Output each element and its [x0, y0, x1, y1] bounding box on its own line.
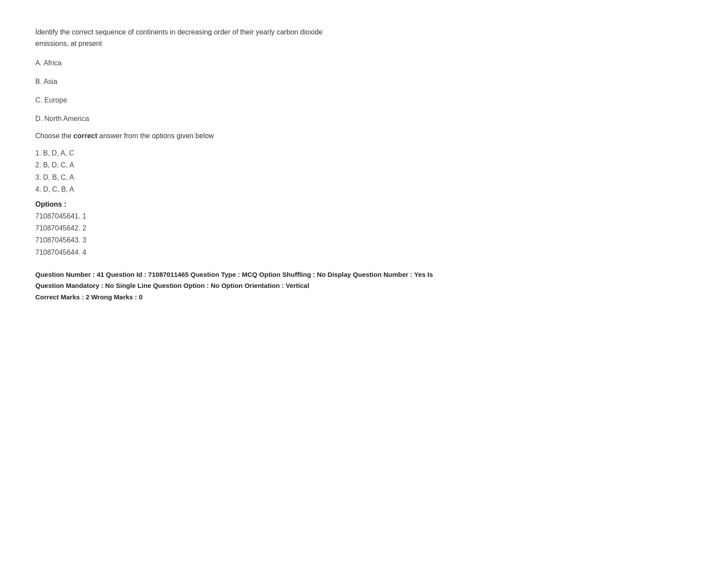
option-b: B. Asia: [35, 76, 693, 87]
choose-text: Choose the correct answer from the optio…: [35, 132, 693, 140]
metadata-line1: Question Number : 41 Question Id : 71087…: [35, 269, 693, 280]
option-id-2: 71087045642. 2: [35, 222, 693, 234]
question-text: Identify the correct sequence of contine…: [35, 26, 693, 49]
numbered-option-2: 2. B, D, C, A: [35, 159, 693, 171]
numbered-option-1: 1. B, D, A, C: [35, 147, 693, 159]
numbered-option-4: 4. D, C, B, A: [35, 183, 693, 195]
metadata-line2: Question Mandatory : No Single Line Ques…: [35, 280, 693, 291]
numbered-option-3: 3. D, B, C, A: [35, 171, 693, 183]
metadata-block: Question Number : 41 Question Id : 71087…: [35, 269, 693, 303]
option-id-4: 71087045644. 4: [35, 246, 693, 258]
option-id-1: 71087045641. 1: [35, 210, 693, 222]
question-line1: Identify the correct sequence of contine…: [35, 28, 323, 36]
option-a: A. Africa: [35, 58, 693, 68]
question-line2: emissions, at present: [35, 40, 102, 47]
option-id-3: 71087045643. 3: [35, 234, 693, 246]
option-c: C. Europe: [35, 95, 693, 106]
marks-line: Correct Marks : 2 Wrong Marks : 0: [35, 291, 693, 303]
question-container: Identify the correct sequence of contine…: [35, 26, 693, 302]
option-d: D. North America: [35, 113, 693, 124]
options-label: Options :: [35, 200, 693, 208]
